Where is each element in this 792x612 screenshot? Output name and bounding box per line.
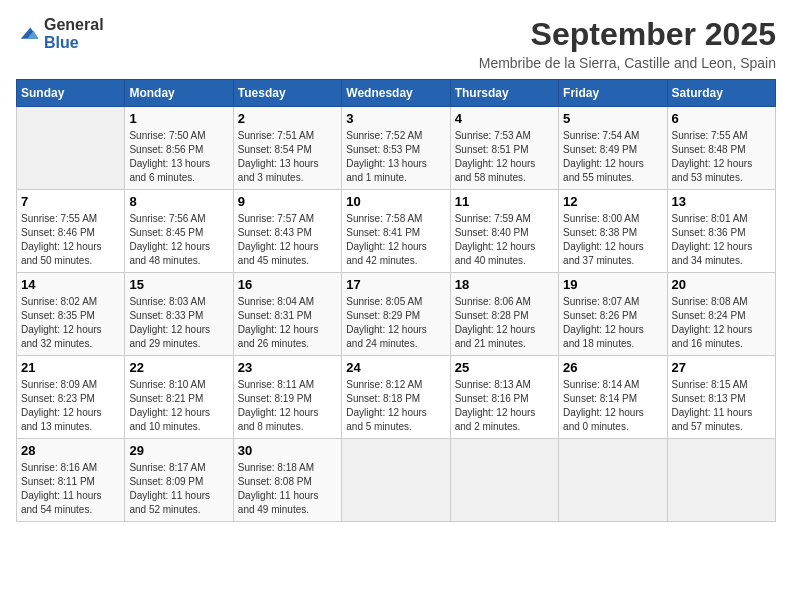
calendar-cell: 18 Sunrise: 8:06 AM Sunset: 8:28 PM Dayl… — [450, 273, 558, 356]
day-number: 11 — [455, 194, 554, 209]
day-info: Sunrise: 8:15 AM Sunset: 8:13 PM Dayligh… — [672, 378, 771, 434]
calendar-cell — [342, 439, 450, 522]
calendar-cell: 3 Sunrise: 7:52 AM Sunset: 8:53 PM Dayli… — [342, 107, 450, 190]
daylight-text: Daylight: 12 hours and 48 minutes. — [129, 241, 210, 266]
daylight-text: Daylight: 12 hours and 21 minutes. — [455, 324, 536, 349]
sunset-text: Sunset: 8:33 PM — [129, 310, 203, 321]
day-info: Sunrise: 7:57 AM Sunset: 8:43 PM Dayligh… — [238, 212, 337, 268]
calendar-cell: 4 Sunrise: 7:53 AM Sunset: 8:51 PM Dayli… — [450, 107, 558, 190]
sunset-text: Sunset: 8:54 PM — [238, 144, 312, 155]
calendar-cell: 2 Sunrise: 7:51 AM Sunset: 8:54 PM Dayli… — [233, 107, 341, 190]
calendar-cell: 1 Sunrise: 7:50 AM Sunset: 8:56 PM Dayli… — [125, 107, 233, 190]
sunset-text: Sunset: 8:14 PM — [563, 393, 637, 404]
logo-icon — [16, 24, 40, 44]
day-number: 27 — [672, 360, 771, 375]
calendar-body: 1 Sunrise: 7:50 AM Sunset: 8:56 PM Dayli… — [17, 107, 776, 522]
calendar-cell — [559, 439, 667, 522]
daylight-text: Daylight: 12 hours and 2 minutes. — [455, 407, 536, 432]
day-number: 17 — [346, 277, 445, 292]
daylight-text: Daylight: 11 hours and 49 minutes. — [238, 490, 319, 515]
daylight-text: Daylight: 11 hours and 54 minutes. — [21, 490, 102, 515]
day-number: 14 — [21, 277, 120, 292]
sunrise-text: Sunrise: 7:52 AM — [346, 130, 422, 141]
day-number: 25 — [455, 360, 554, 375]
sunrise-text: Sunrise: 8:01 AM — [672, 213, 748, 224]
daylight-text: Daylight: 12 hours and 8 minutes. — [238, 407, 319, 432]
sunrise-text: Sunrise: 8:14 AM — [563, 379, 639, 390]
day-number: 6 — [672, 111, 771, 126]
day-info: Sunrise: 8:01 AM Sunset: 8:36 PM Dayligh… — [672, 212, 771, 268]
sunset-text: Sunset: 8:19 PM — [238, 393, 312, 404]
sunrise-text: Sunrise: 7:56 AM — [129, 213, 205, 224]
sunset-text: Sunset: 8:43 PM — [238, 227, 312, 238]
day-info: Sunrise: 8:11 AM Sunset: 8:19 PM Dayligh… — [238, 378, 337, 434]
sunset-text: Sunset: 8:49 PM — [563, 144, 637, 155]
sunset-text: Sunset: 8:26 PM — [563, 310, 637, 321]
calendar-cell: 25 Sunrise: 8:13 AM Sunset: 8:16 PM Dayl… — [450, 356, 558, 439]
day-info: Sunrise: 8:13 AM Sunset: 8:16 PM Dayligh… — [455, 378, 554, 434]
sunrise-text: Sunrise: 7:59 AM — [455, 213, 531, 224]
day-number: 10 — [346, 194, 445, 209]
sunset-text: Sunset: 8:18 PM — [346, 393, 420, 404]
sunset-text: Sunset: 8:16 PM — [455, 393, 529, 404]
day-number: 23 — [238, 360, 337, 375]
day-info: Sunrise: 8:14 AM Sunset: 8:14 PM Dayligh… — [563, 378, 662, 434]
daylight-text: Daylight: 12 hours and 5 minutes. — [346, 407, 427, 432]
sunrise-text: Sunrise: 7:50 AM — [129, 130, 205, 141]
sunrise-text: Sunrise: 8:10 AM — [129, 379, 205, 390]
month-title: September 2025 — [479, 16, 776, 53]
day-info: Sunrise: 7:54 AM Sunset: 8:49 PM Dayligh… — [563, 129, 662, 185]
sunrise-text: Sunrise: 8:00 AM — [563, 213, 639, 224]
weekday-header-monday: Monday — [125, 80, 233, 107]
day-number: 12 — [563, 194, 662, 209]
sunset-text: Sunset: 8:56 PM — [129, 144, 203, 155]
calendar-table: SundayMondayTuesdayWednesdayThursdayFrid… — [16, 79, 776, 522]
calendar-cell: 12 Sunrise: 8:00 AM Sunset: 8:38 PM Dayl… — [559, 190, 667, 273]
sunset-text: Sunset: 8:38 PM — [563, 227, 637, 238]
sunset-text: Sunset: 8:29 PM — [346, 310, 420, 321]
day-info: Sunrise: 8:17 AM Sunset: 8:09 PM Dayligh… — [129, 461, 228, 517]
sunset-text: Sunset: 8:41 PM — [346, 227, 420, 238]
sunrise-text: Sunrise: 8:05 AM — [346, 296, 422, 307]
day-info: Sunrise: 8:04 AM Sunset: 8:31 PM Dayligh… — [238, 295, 337, 351]
day-number: 18 — [455, 277, 554, 292]
calendar-cell: 10 Sunrise: 7:58 AM Sunset: 8:41 PM Dayl… — [342, 190, 450, 273]
day-number: 9 — [238, 194, 337, 209]
calendar-cell: 11 Sunrise: 7:59 AM Sunset: 8:40 PM Dayl… — [450, 190, 558, 273]
logo-blue: Blue — [44, 34, 79, 51]
calendar-cell: 7 Sunrise: 7:55 AM Sunset: 8:46 PM Dayli… — [17, 190, 125, 273]
day-info: Sunrise: 7:50 AM Sunset: 8:56 PM Dayligh… — [129, 129, 228, 185]
daylight-text: Daylight: 12 hours and 29 minutes. — [129, 324, 210, 349]
day-info: Sunrise: 7:51 AM Sunset: 8:54 PM Dayligh… — [238, 129, 337, 185]
day-number: 5 — [563, 111, 662, 126]
daylight-text: Daylight: 12 hours and 10 minutes. — [129, 407, 210, 432]
calendar-cell: 29 Sunrise: 8:17 AM Sunset: 8:09 PM Dayl… — [125, 439, 233, 522]
weekday-header-tuesday: Tuesday — [233, 80, 341, 107]
sunset-text: Sunset: 8:40 PM — [455, 227, 529, 238]
day-number: 4 — [455, 111, 554, 126]
calendar-cell: 30 Sunrise: 8:18 AM Sunset: 8:08 PM Dayl… — [233, 439, 341, 522]
sunrise-text: Sunrise: 7:54 AM — [563, 130, 639, 141]
calendar-cell: 15 Sunrise: 8:03 AM Sunset: 8:33 PM Dayl… — [125, 273, 233, 356]
calendar-cell — [17, 107, 125, 190]
sunset-text: Sunset: 8:53 PM — [346, 144, 420, 155]
sunrise-text: Sunrise: 8:15 AM — [672, 379, 748, 390]
weekday-header-saturday: Saturday — [667, 80, 775, 107]
calendar-cell — [450, 439, 558, 522]
sunset-text: Sunset: 8:24 PM — [672, 310, 746, 321]
weekday-header-wednesday: Wednesday — [342, 80, 450, 107]
sunrise-text: Sunrise: 8:09 AM — [21, 379, 97, 390]
daylight-text: Daylight: 12 hours and 32 minutes. — [21, 324, 102, 349]
calendar-cell: 27 Sunrise: 8:15 AM Sunset: 8:13 PM Dayl… — [667, 356, 775, 439]
daylight-text: Daylight: 13 hours and 1 minute. — [346, 158, 427, 183]
day-number: 26 — [563, 360, 662, 375]
day-number: 16 — [238, 277, 337, 292]
daylight-text: Daylight: 12 hours and 45 minutes. — [238, 241, 319, 266]
daylight-text: Daylight: 12 hours and 26 minutes. — [238, 324, 319, 349]
day-number: 28 — [21, 443, 120, 458]
sunrise-text: Sunrise: 7:51 AM — [238, 130, 314, 141]
sunset-text: Sunset: 8:45 PM — [129, 227, 203, 238]
day-info: Sunrise: 8:03 AM Sunset: 8:33 PM Dayligh… — [129, 295, 228, 351]
daylight-text: Daylight: 12 hours and 13 minutes. — [21, 407, 102, 432]
day-number: 2 — [238, 111, 337, 126]
